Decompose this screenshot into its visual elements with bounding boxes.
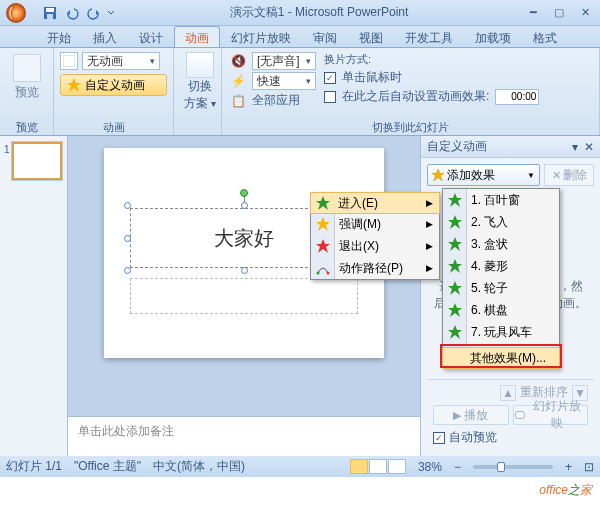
- close-button[interactable]: ✕: [574, 5, 596, 21]
- minimize-button[interactable]: ━: [522, 5, 544, 21]
- canvas-area: 大家好 单击此处添加备注: [68, 136, 420, 456]
- tab-slideshow[interactable]: 幻灯片放映: [220, 26, 302, 47]
- ribbon-tabs: 开始 插入 设计 动画 幻灯片放映 审阅 视图 开发工具 加载项 格式: [0, 26, 600, 48]
- speed-dropdown[interactable]: 快速▾: [252, 72, 316, 90]
- group-label: 预览: [0, 120, 53, 135]
- effect-icon: [447, 258, 463, 274]
- pane-header: 自定义动画 ▾ ✕: [421, 136, 600, 158]
- svg-point-0: [6, 3, 26, 23]
- entrance-submenu: 1. 百叶窗 2. 飞入 3. 盒状 4. 菱形 5. 轮子 6. 棋盘 7. …: [442, 188, 560, 369]
- switch-icon: [186, 52, 214, 78]
- tab-insert[interactable]: 插入: [82, 26, 128, 47]
- anim-thumb[interactable]: [60, 52, 78, 70]
- group-switch: 切换 方案 ▾: [174, 48, 222, 135]
- svg-point-6: [327, 272, 330, 275]
- preview-button[interactable]: 预览: [6, 50, 48, 101]
- effect-pinwheel[interactable]: 7. 玩具风车: [443, 321, 559, 343]
- undo-button[interactable]: [62, 4, 82, 22]
- normal-view-button[interactable]: [350, 459, 368, 474]
- thumb-number: 1: [4, 142, 10, 180]
- effect-box[interactable]: 3. 盒状: [443, 233, 559, 255]
- zoom-in-button[interactable]: +: [565, 460, 572, 474]
- window-title: 演示文稿1 - Microsoft PowerPoint: [116, 4, 522, 21]
- sound-dropdown[interactable]: [无声音]▾: [252, 52, 316, 70]
- group-transition: 🔇[无声音]▾ ⚡快速▾ 📋全部应用 换片方式: ✓单击鼠标时 在此之后自动设置…: [222, 48, 600, 135]
- time-input[interactable]: [495, 89, 539, 105]
- tab-addins[interactable]: 加载项: [464, 26, 522, 47]
- play-button: ▶ 播放: [433, 405, 509, 425]
- tab-review[interactable]: 审阅: [302, 26, 348, 47]
- apply-all-button[interactable]: 全部应用: [252, 92, 300, 109]
- red-star-icon: [315, 238, 331, 254]
- tab-home[interactable]: 开始: [36, 26, 82, 47]
- sound-icon: 🔇: [230, 53, 246, 69]
- sorter-view-button[interactable]: [369, 459, 387, 474]
- tab-developer[interactable]: 开发工具: [394, 26, 464, 47]
- menu-entrance[interactable]: 进入(E)▶: [310, 192, 440, 214]
- menu-exit[interactable]: 退出(X)▶: [311, 235, 439, 257]
- theme-indicator: "Office 主题": [74, 458, 141, 475]
- zoom-value[interactable]: 38%: [418, 460, 442, 474]
- effect-icon: [447, 280, 463, 296]
- slideshow-button[interactable]: 🖵 幻灯片放映: [513, 405, 589, 425]
- effect-icon: [447, 324, 463, 340]
- effect-icon: [447, 236, 463, 252]
- office-button[interactable]: [2, 1, 36, 25]
- animation-dropdown[interactable]: 无动画▾: [82, 52, 160, 70]
- notes-pane[interactable]: 单击此处添加备注: [68, 416, 420, 456]
- titlebar: 演示文稿1 - Microsoft PowerPoint ━ ▢ ✕: [0, 0, 600, 26]
- effect-wheel[interactable]: 5. 轮子: [443, 277, 559, 299]
- statusbar: 幻灯片 1/1 "Office 主题" 中文(简体，中国) 38% − + ⊡: [0, 456, 600, 477]
- effect-icon: [447, 214, 463, 230]
- effect-icon: [447, 302, 463, 318]
- pane-dropdown[interactable]: ▾: [572, 140, 578, 154]
- slide-indicator: 幻灯片 1/1: [6, 458, 62, 475]
- maximize-button[interactable]: ▢: [548, 5, 570, 21]
- more-effects[interactable]: 其他效果(M)...: [442, 347, 560, 369]
- window-controls: ━ ▢ ✕: [522, 5, 596, 21]
- effect-checker[interactable]: 6. 棋盘: [443, 299, 559, 321]
- zoom-slider[interactable]: [473, 465, 553, 469]
- group-label: 切换到此幻灯片: [222, 120, 599, 135]
- save-button[interactable]: [40, 4, 60, 22]
- slideshow-view-button[interactable]: [388, 459, 406, 474]
- svg-point-5: [317, 272, 320, 275]
- tab-animation[interactable]: 动画: [174, 26, 220, 47]
- effect-blinds[interactable]: 1. 百叶窗: [443, 189, 559, 211]
- on-click-checkbox[interactable]: ✓: [324, 72, 336, 84]
- slide-thumbnails: 1: [0, 136, 68, 456]
- speed-icon: ⚡: [230, 73, 246, 89]
- svg-rect-4: [63, 55, 75, 67]
- tab-format[interactable]: 格式: [522, 26, 568, 47]
- group-preview: 预览 预览: [0, 48, 54, 135]
- effect-flyin[interactable]: 2. 飞入: [443, 211, 559, 233]
- subtitle-placeholder[interactable]: [130, 278, 358, 314]
- effect-icon: [447, 192, 463, 208]
- move-up-button: ▲: [500, 385, 516, 401]
- custom-animation-button[interactable]: 自定义动画: [60, 74, 167, 96]
- watermark: office之家: [539, 480, 592, 499]
- qat-dropdown[interactable]: [106, 4, 116, 22]
- zoom-out-button[interactable]: −: [454, 460, 461, 474]
- transition-scheme-button[interactable]: 切换 方案 ▾: [176, 50, 224, 112]
- tab-design[interactable]: 设计: [128, 26, 174, 47]
- language-indicator[interactable]: 中文(简体，中国): [153, 458, 245, 475]
- menu-motion-path[interactable]: 动作路径(P)▶: [311, 257, 439, 279]
- auto-after-checkbox[interactable]: [324, 91, 336, 103]
- auto-preview-checkbox[interactable]: ✓: [433, 432, 445, 444]
- quick-access-toolbar: [40, 4, 116, 22]
- add-effect-menu: 进入(E)▶ 强调(M)▶ 退出(X)▶ 动作路径(P)▶: [310, 192, 440, 280]
- view-buttons: [350, 459, 406, 474]
- green-star-icon: [315, 195, 331, 211]
- slide-thumbnail[interactable]: [12, 142, 62, 180]
- tab-view[interactable]: 视图: [348, 26, 394, 47]
- svg-rect-2: [46, 8, 54, 12]
- menu-emphasis[interactable]: 强调(M)▶: [311, 213, 439, 235]
- redo-button[interactable]: [84, 4, 104, 22]
- effect-diamond[interactable]: 4. 菱形: [443, 255, 559, 277]
- add-effect-button[interactable]: 添加效果▼: [427, 164, 540, 186]
- fit-button[interactable]: ⊡: [584, 460, 594, 474]
- close-icon[interactable]: ✕: [584, 140, 594, 154]
- advance-heading: 换片方式:: [324, 52, 539, 67]
- rotate-handle[interactable]: [240, 189, 248, 197]
